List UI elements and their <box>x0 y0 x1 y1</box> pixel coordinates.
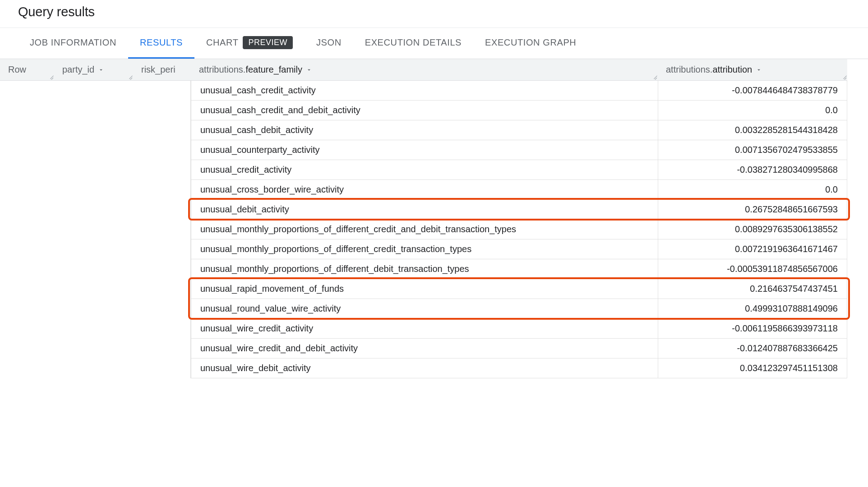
results-table: Row party_id risk_peri attributions.feat… <box>0 59 868 378</box>
table-cell-attribution: 0.0032285281544318428 <box>658 120 847 140</box>
table-cell-attribution: 0.0 <box>658 101 847 120</box>
table-cell-feature-family: unusual_monthly_proportions_of_different… <box>191 220 658 239</box>
table-cell-blank <box>54 200 133 220</box>
table-cell-blank <box>54 239 133 259</box>
tab-job-information[interactable]: JOB INFORMATION <box>18 28 128 59</box>
table-cell-feature-family: unusual_monthly_proportions_of_different… <box>191 239 658 259</box>
table-cell-feature-family: unusual_monthly_proportions_of_different… <box>191 259 658 279</box>
table-cell-blank <box>0 120 54 140</box>
table-cell-feature-family: unusual_debit_activity <box>191 200 658 220</box>
table-cell-blank <box>0 220 54 239</box>
table-cell-blank <box>54 279 133 299</box>
table-cell-blank <box>54 81 133 101</box>
resize-handle-icon[interactable] <box>128 75 132 79</box>
tab-execution-graph[interactable]: EXECUTION GRAPH <box>473 28 588 59</box>
table-cell-feature-family: unusual_credit_activity <box>191 160 658 180</box>
table-cell-blank <box>54 299 133 319</box>
table-cell-attribution: -0.0078446484738378779 <box>658 81 847 101</box>
table-cell-blank <box>133 81 191 101</box>
tab-chart-label: CHART <box>206 37 239 48</box>
preview-badge: PREVIEW <box>243 36 293 49</box>
column-header-feature-family[interactable]: attributions.feature_family <box>191 59 658 81</box>
table-cell-blank <box>0 319 54 339</box>
table-cell-feature-family: unusual_rapid_movement_of_funds <box>191 279 658 299</box>
table-cell-blank <box>0 239 54 259</box>
table-cell-attribution: -0.0061195866393973118 <box>658 319 847 339</box>
resize-handle-icon[interactable] <box>842 75 846 79</box>
table-cell-blank <box>133 299 191 319</box>
table-cell-blank <box>133 140 191 160</box>
table-cell-blank <box>133 160 191 180</box>
column-header-row[interactable]: Row <box>0 59 54 81</box>
table-cell-blank <box>0 299 54 319</box>
table-cell-feature-family: unusual_cash_credit_and_debit_activity <box>191 101 658 120</box>
tab-chart[interactable]: CHART PREVIEW <box>194 28 305 59</box>
table-cell-blank <box>54 101 133 120</box>
table-cell-feature-family: unusual_round_value_wire_activity <box>191 299 658 319</box>
resize-handle-icon[interactable] <box>49 75 53 79</box>
table-cell-feature-family: unusual_cash_debit_activity <box>191 120 658 140</box>
table-cell-attribution: -0.012407887683366425 <box>658 339 847 358</box>
column-header-risk-period[interactable]: risk_peri <box>133 59 191 81</box>
table-cell-blank <box>133 358 191 378</box>
table-cell-blank <box>0 339 54 358</box>
table-cell-blank <box>0 140 54 160</box>
table-cell-attribution: 0.49993107888149096 <box>658 299 847 319</box>
table-cell-blank <box>54 319 133 339</box>
table-cell-attribution: 0.2164637547437451 <box>658 279 847 299</box>
chevron-down-icon <box>306 67 312 73</box>
table-cell-attribution: 0.26752848651667593 <box>658 200 847 220</box>
page-header: Query results <box>0 0 868 28</box>
table-cell-blank <box>54 180 133 200</box>
table-cell-blank <box>133 220 191 239</box>
table-cell-blank <box>133 200 191 220</box>
table-cell-feature-family: unusual_counterparty_activity <box>191 140 658 160</box>
table-cell-attribution: -0.00053911874856567006 <box>658 259 847 279</box>
column-header-attribution[interactable]: attributions.attribution <box>658 59 847 81</box>
table-cell-blank <box>133 239 191 259</box>
tab-bar: JOB INFORMATION RESULTS CHART PREVIEW JS… <box>0 28 868 59</box>
table-cell-blank <box>133 279 191 299</box>
table-cell-blank <box>133 101 191 120</box>
table-cell-attribution: 0.0071356702479533855 <box>658 140 847 160</box>
table-cell-blank <box>54 358 133 378</box>
chevron-down-icon <box>98 67 104 73</box>
table-cell-blank <box>0 101 54 120</box>
resize-handle-icon[interactable] <box>652 75 657 79</box>
tab-execution-details[interactable]: EXECUTION DETAILS <box>353 28 473 59</box>
table-cell-attribution: 0.034123297451151308 <box>658 358 847 378</box>
table-cell-blank <box>0 180 54 200</box>
table-cell-blank <box>54 339 133 358</box>
table-cell-feature-family: unusual_cash_credit_activity <box>191 81 658 101</box>
table-cell-blank <box>133 339 191 358</box>
table-cell-attribution: 0.0 <box>658 180 847 200</box>
table-cell-blank <box>54 140 133 160</box>
tab-json[interactable]: JSON <box>305 28 353 59</box>
chevron-down-icon <box>756 67 762 73</box>
table-cell-blank <box>0 160 54 180</box>
table-cell-blank <box>54 220 133 239</box>
table-cell-blank <box>0 200 54 220</box>
table-cell-attribution: 0.0089297635306138552 <box>658 220 847 239</box>
table-cell-feature-family: unusual_wire_credit_and_debit_activity <box>191 339 658 358</box>
table-cell-blank <box>0 259 54 279</box>
table-cell-blank <box>133 120 191 140</box>
table-cell-blank <box>0 81 54 101</box>
table-cell-attribution: 0.0072191963641671467 <box>658 239 847 259</box>
table-cell-blank <box>0 279 54 299</box>
table-cell-blank <box>133 319 191 339</box>
page-title: Query results <box>18 5 850 19</box>
table-cell-blank <box>0 358 54 378</box>
table-cell-feature-family: unusual_wire_credit_activity <box>191 319 658 339</box>
table-cell-feature-family: unusual_cross_border_wire_activity <box>191 180 658 200</box>
table-cell-blank <box>133 259 191 279</box>
tab-results[interactable]: RESULTS <box>128 28 194 59</box>
table-cell-blank <box>133 180 191 200</box>
table-cell-blank <box>54 160 133 180</box>
table-cell-blank <box>54 259 133 279</box>
table-cell-feature-family: unusual_wire_debit_activity <box>191 358 658 378</box>
table-cell-attribution: -0.038271280340995868 <box>658 160 847 180</box>
table-cell-blank <box>54 120 133 140</box>
column-header-party-id[interactable]: party_id <box>54 59 133 81</box>
